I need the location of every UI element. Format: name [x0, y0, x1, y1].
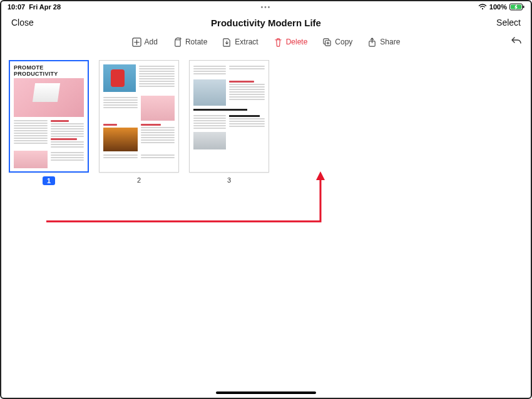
extract-button[interactable]: Extract — [222, 38, 258, 47]
undo-icon — [511, 36, 522, 44]
home-indicator[interactable] — [216, 391, 316, 394]
page-thumbnail-3[interactable] — [189, 60, 269, 173]
rotate-icon — [173, 38, 182, 47]
thumbnail-wrap: 3 — [189, 60, 269, 185]
status-center-dots: ••• — [261, 4, 272, 11]
device-frame: 10:07 Fri Apr 28 ••• 100% Close Producti… — [0, 0, 532, 399]
delete-button[interactable]: Delete — [274, 38, 308, 47]
thumb-title: PROMOTE PRODUCTIVITY — [10, 61, 88, 78]
page-thumbnails: PROMOTE PRODUCTIVITY — [9, 60, 523, 185]
share-icon — [367, 38, 377, 47]
rotate-button[interactable]: Rotate — [173, 38, 207, 47]
svg-rect-4 — [175, 39, 180, 46]
header: Close Productivity Modern Life Select — [1, 13, 531, 33]
add-icon — [132, 38, 141, 47]
copy-icon — [322, 38, 332, 47]
copy-button[interactable]: Copy — [322, 38, 352, 47]
battery-icon — [509, 3, 524, 11]
extract-label: Extract — [235, 38, 258, 46]
page-thumbnail-2[interactable] — [99, 60, 179, 173]
page-number: 3 — [227, 176, 231, 184]
share-label: Share — [380, 38, 400, 46]
status-battery-pct: 100% — [489, 3, 507, 11]
page-number: 2 — [137, 176, 141, 184]
wifi-icon — [478, 4, 487, 10]
add-label: Add — [145, 38, 158, 46]
status-date: Fri Apr 28 — [29, 3, 61, 11]
page-thumbnail-1[interactable]: PROMOTE PRODUCTIVITY — [9, 60, 89, 173]
rotate-label: Rotate — [185, 38, 207, 46]
status-time: 10:07 — [8, 3, 25, 11]
select-button[interactable]: Select — [496, 18, 521, 28]
status-bar: 10:07 Fri Apr 28 ••• 100% — [1, 1, 531, 13]
thumbnail-wrap: 2 — [99, 60, 179, 185]
undo-button[interactable] — [511, 36, 522, 47]
toolbar: Add Rotate Extract Delete Copy — [1, 33, 531, 51]
content-area: PROMOTE PRODUCTIVITY — [1, 58, 531, 398]
add-button[interactable]: Add — [132, 38, 158, 47]
extract-icon — [222, 38, 232, 47]
svg-rect-2 — [523, 6, 524, 8]
copy-label: Copy — [335, 38, 352, 46]
trash-icon — [274, 38, 283, 47]
close-button[interactable]: Close — [11, 18, 34, 28]
page-number-badge: 1 — [43, 176, 55, 185]
delete-label: Delete — [286, 38, 308, 46]
thumbnail-wrap: PROMOTE PRODUCTIVITY — [9, 60, 89, 185]
page-title: Productivity Modern Life — [211, 18, 321, 28]
share-button[interactable]: Share — [367, 38, 400, 47]
